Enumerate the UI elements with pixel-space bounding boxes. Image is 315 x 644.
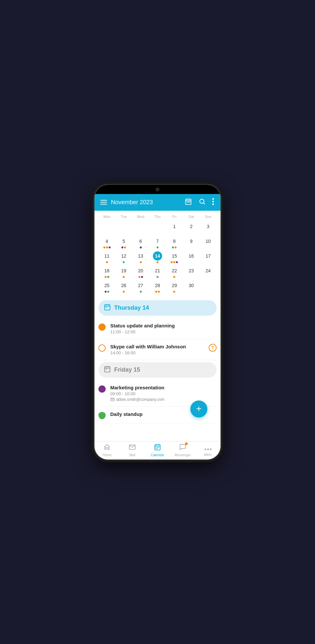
nav-mail[interactable]: Mail (124, 443, 141, 457)
calendar-cell[interactable]: 14 (149, 251, 166, 264)
orange-dot (173, 261, 175, 263)
orange-dot (173, 291, 175, 293)
svg-rect-4 (187, 202, 188, 203)
calendar-cell[interactable]: 29 (166, 280, 183, 294)
calendar-cell[interactable]: 1 (166, 221, 183, 235)
svg-point-11 (212, 203, 214, 205)
weekday-sat: Sat (183, 213, 200, 220)
purple-dot (140, 246, 142, 248)
calendar-cell[interactable]: 30 (183, 280, 200, 294)
svg-rect-30 (158, 447, 159, 448)
calendar-cell[interactable]: 15 (166, 251, 183, 264)
calendar-cell[interactable]: 19 (115, 265, 132, 279)
nav-home[interactable]: Home (98, 443, 116, 457)
hamburger-menu-icon[interactable] (100, 200, 107, 205)
orange-dot (123, 291, 125, 293)
event-info-skype: Skype call with William Johnson 14:00 - … (110, 344, 217, 355)
calendar-weekdays: Mon Tue Wed Thu Fri Sat Sun (98, 213, 217, 220)
calendar-cell[interactable]: 23 (183, 265, 200, 279)
calendar-cell[interactable]: 24 (200, 265, 217, 279)
calendar-cell[interactable]: 25 (98, 280, 115, 294)
calendar-cell (115, 221, 132, 235)
svg-rect-21 (106, 369, 107, 370)
phone-screen: November 2023 (94, 185, 220, 459)
friday-header[interactable]: Friday 15 (98, 362, 217, 378)
top-bar-right (184, 197, 215, 207)
calendar-cell[interactable]: 4 (98, 236, 115, 249)
orange-dot (155, 291, 157, 293)
add-event-fab[interactable]: + (190, 400, 207, 418)
nav-home-label: Home (103, 453, 112, 457)
calendar-cell[interactable]: 5 (115, 236, 132, 249)
calendar-cell[interactable]: 13 (132, 251, 149, 264)
event-dot-orange-outline (98, 344, 106, 352)
purple-dot (105, 291, 107, 293)
nav-mehr[interactable]: Mehr (200, 444, 217, 457)
orange-dot (157, 261, 158, 263)
orange-dot (106, 261, 108, 263)
search-button[interactable] (198, 197, 206, 207)
event-skype-call[interactable]: Skype call with William Johnson 14:00 - … (98, 339, 217, 360)
green-dot (157, 246, 158, 248)
green-dot (172, 246, 174, 248)
purple-dot (121, 246, 123, 248)
friday-header-icon (104, 365, 111, 374)
calendar-cell (200, 280, 217, 294)
top-bar: November 2023 (94, 194, 220, 211)
calendar-cell[interactable]: 8 (166, 236, 183, 249)
weekday-fri: Fri (166, 213, 183, 220)
green-dot (107, 276, 109, 278)
purple-dot (176, 261, 178, 263)
more-options-button[interactable] (212, 197, 215, 207)
orange-dot (138, 276, 140, 278)
bottom-nav: Home Mail (94, 441, 220, 459)
calendar-view-button[interactable] (184, 197, 193, 207)
event-dot-green (98, 412, 106, 419)
calendar-cell[interactable]: 27 (132, 280, 149, 294)
nav-messenger[interactable]: Messenger (174, 443, 191, 457)
calendar-cell[interactable]: 21 (149, 265, 166, 279)
calendar-cell[interactable]: 2 (183, 221, 200, 235)
calendar-cell[interactable]: 26 (115, 280, 132, 294)
calendar-cell[interactable]: 20 (132, 265, 149, 279)
calendar-cell[interactable]: 12 (115, 251, 132, 264)
event-title-skype: Skype call with William Johnson (110, 344, 217, 349)
svg-rect-28 (156, 447, 156, 448)
event-dot-purple-filled (98, 385, 106, 393)
calendar-cell[interactable]: 22 (166, 265, 183, 279)
calendar-cell[interactable]: 9 (183, 236, 200, 249)
orange-dot (103, 246, 105, 248)
calendar-cell[interactable]: 11 (98, 251, 115, 264)
calendar-cell[interactable]: 10 (200, 236, 217, 249)
calendar-cell[interactable]: 17 (200, 251, 217, 264)
event-question-icon[interactable]: ? (209, 344, 217, 352)
svg-rect-17 (105, 366, 110, 372)
calendar-cell[interactable]: 28 (149, 280, 166, 294)
thursday-header[interactable]: Thursday 14 (98, 300, 217, 316)
calendar-cell[interactable]: 3 (200, 221, 217, 235)
calendar-cell[interactable]: 7 (149, 236, 166, 249)
calendar-cell[interactable]: 6 (132, 236, 149, 249)
weekday-mon: Mon (98, 213, 115, 220)
svg-point-9 (212, 198, 214, 200)
messenger-badge (185, 442, 188, 445)
calendar-cell[interactable]: 18 (98, 265, 115, 279)
weekday-sun: Sun (200, 213, 217, 220)
orange-dot (140, 261, 142, 263)
svg-rect-32 (157, 448, 158, 449)
event-time-status-update: 11:00 - 12:00 (110, 329, 217, 334)
orange-dot (175, 246, 177, 248)
nav-mehr-label: Mehr (204, 453, 212, 457)
svg-point-33 (204, 448, 206, 450)
home-icon (103, 443, 111, 453)
thursday-events: Status update and planning 11:00 - 12:00… (94, 318, 220, 360)
calendar-cell[interactable]: 16 (183, 251, 200, 264)
orange-dot (124, 246, 126, 248)
fab-plus-icon: + (196, 404, 201, 413)
orange-dot (173, 276, 175, 278)
nav-calendar-label: Calendar (151, 453, 164, 457)
event-title-marketing: Marketing presentation (110, 385, 217, 390)
nav-calendar[interactable]: Calendar (149, 443, 166, 457)
calendar-section: Mon Tue Wed Thu Fri Sat Sun 123456789101… (94, 211, 220, 298)
event-status-update[interactable]: Status update and planning 11:00 - 12:00 (98, 318, 217, 339)
